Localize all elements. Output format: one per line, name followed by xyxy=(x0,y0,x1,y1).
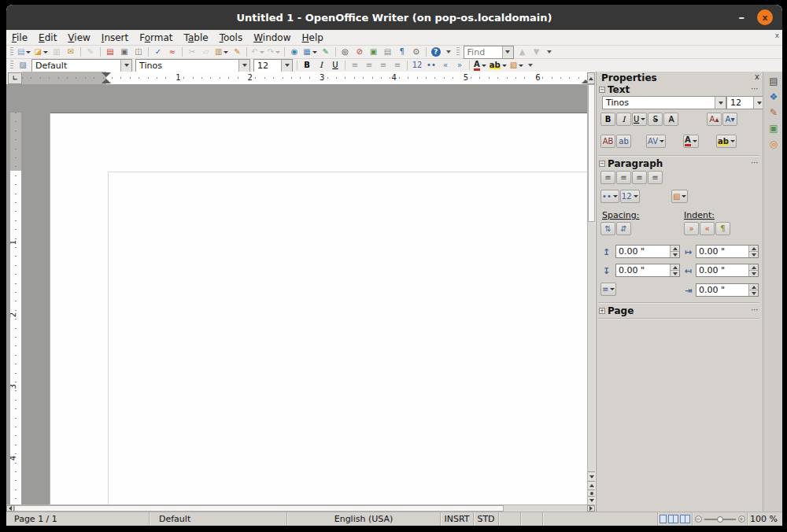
switch-indent-button[interactable]: ¶ xyxy=(715,222,730,235)
vertical-scrollbar[interactable] xyxy=(587,84,595,504)
first-line-indent-marker[interactable] xyxy=(102,72,111,77)
vertical-ruler[interactable]: 1234 xyxy=(10,84,21,504)
new-document-button[interactable]: ▤ xyxy=(17,46,31,57)
paragraph-section-header[interactable]: − Paragraph ⋯ xyxy=(597,158,763,169)
navigator-button[interactable]: ⊘ xyxy=(353,46,366,57)
uppercase-button[interactable]: AB xyxy=(600,135,615,148)
shadow-button[interactable]: A xyxy=(663,113,678,126)
toolbar-overflow-button[interactable] xyxy=(527,60,534,71)
page-preview-button[interactable]: ◫ xyxy=(132,46,145,57)
vertical-scrollbar-thumb[interactable] xyxy=(588,84,595,222)
dropdown-arrow-icon[interactable] xyxy=(224,51,228,54)
zoom-button[interactable]: ⊙ xyxy=(410,46,423,57)
dropdown-arrow-icon[interactable] xyxy=(502,65,507,67)
spelling-button[interactable]: ✓ xyxy=(152,46,164,57)
status-insert-mode[interactable]: INSRT xyxy=(441,512,474,526)
undo-button[interactable]: ↶ xyxy=(250,46,264,57)
dropdown-arrow-icon[interactable] xyxy=(281,60,292,72)
scroll-up-button[interactable] xyxy=(587,72,595,84)
dropdown-arrow-icon[interactable] xyxy=(730,140,735,142)
dropdown-arrow-icon[interactable] xyxy=(641,118,645,120)
redo-button[interactable]: ↷ xyxy=(267,46,281,57)
zoom-slider-thumb[interactable] xyxy=(717,516,723,523)
dropdown-arrow-icon[interactable] xyxy=(613,195,618,198)
edit-file-button[interactable]: ✎ xyxy=(84,46,97,57)
increase-paragraph-spacing-button[interactable]: ⇅ xyxy=(600,222,615,235)
auto-spellcheck-button[interactable]: ≈ xyxy=(166,46,179,57)
spin-down-button[interactable] xyxy=(671,251,679,257)
highlighting-button[interactable]: ab xyxy=(489,60,508,71)
status-page-style[interactable]: Default xyxy=(150,512,287,526)
titlebar[interactable]: Untitled 1 - OpenOffice Writer (on pop-o… xyxy=(6,5,782,30)
properties-tab-button[interactable]: ❖ xyxy=(766,90,781,104)
zoom-slider-track[interactable] xyxy=(704,519,736,520)
align-justify-button[interactable]: ≡ xyxy=(391,60,404,71)
find-next-button[interactable]: ▼ xyxy=(530,46,543,57)
previous-page-button[interactable] xyxy=(588,481,595,490)
decrease-indent-button[interactable]: « xyxy=(700,222,715,235)
spin-down-button[interactable] xyxy=(749,251,758,257)
align-justify-button[interactable]: ≡ xyxy=(648,171,663,184)
dropdown-arrow-icon[interactable] xyxy=(634,195,638,198)
bold-button[interactable]: B xyxy=(600,113,615,126)
dropdown-arrow-icon[interactable] xyxy=(660,140,664,142)
collapse-toggle-icon[interactable]: − xyxy=(599,161,605,167)
increase-font-size-button[interactable]: A▴ xyxy=(707,113,722,126)
toolbar-overflow-button[interactable] xyxy=(445,46,453,57)
highlighting-button[interactable]: ab xyxy=(716,135,737,148)
dropdown-arrow-icon[interactable] xyxy=(682,195,686,198)
gallery-tab-button[interactable]: ▣ xyxy=(766,121,781,135)
numbering-button[interactable]: 12 xyxy=(620,190,640,203)
spin-up-button[interactable] xyxy=(749,284,758,290)
decrease-font-size-button[interactable]: A▾ xyxy=(722,113,737,126)
menu-help[interactable]: Help xyxy=(297,31,329,44)
spin-up-button[interactable] xyxy=(671,264,679,270)
tab-stop-type-button[interactable]: ∟ xyxy=(8,72,22,84)
increase-indent-button[interactable]: » xyxy=(684,222,699,235)
numbering-button[interactable]: 12 xyxy=(411,60,423,71)
open-file-button[interactable]: ◪ xyxy=(33,46,48,57)
scroll-down-button[interactable] xyxy=(588,471,595,481)
dropdown-arrow-icon[interactable] xyxy=(260,51,264,54)
bold-button[interactable]: B xyxy=(301,60,313,71)
first-line-indent-field[interactable]: 0.00 " xyxy=(696,283,759,297)
menu-format[interactable]: Format xyxy=(134,31,178,44)
status-signature[interactable] xyxy=(521,512,543,526)
after-text-indent-field[interactable]: 0.00 " xyxy=(696,264,759,277)
dropdown-arrow-icon[interactable] xyxy=(238,60,249,72)
dropdown-arrow-icon[interactable] xyxy=(693,140,697,142)
status-language[interactable]: English (USA) xyxy=(287,512,441,526)
bullets-button[interactable]: •• xyxy=(425,60,438,71)
align-center-button[interactable]: ≡ xyxy=(363,60,375,71)
toolbar-grip[interactable] xyxy=(10,61,13,70)
paragraph-style-combobox[interactable]: Default xyxy=(31,59,132,72)
save-button[interactable]: ▥ xyxy=(50,46,63,57)
align-center-button[interactable]: ≡ xyxy=(616,171,631,184)
status-zoom-value[interactable]: 100 % xyxy=(748,512,782,526)
book-view-button[interactable] xyxy=(680,515,690,523)
left-indent-marker[interactable] xyxy=(102,79,111,83)
dropdown-arrow-icon[interactable] xyxy=(502,46,513,58)
horizontal-ruler[interactable]: 123456 xyxy=(22,72,587,84)
copy-button[interactable]: ▱ xyxy=(200,46,212,57)
line-spacing-button[interactable]: ≡ xyxy=(600,283,616,296)
increase-indent-button[interactable]: » xyxy=(453,60,466,71)
before-text-indent-field[interactable]: 0.00 " xyxy=(696,245,759,258)
insert-table-button[interactable]: ▦ xyxy=(302,46,317,57)
dropdown-arrow-icon[interactable] xyxy=(519,65,523,67)
dropdown-arrow-icon[interactable] xyxy=(312,51,317,54)
styles-and-formatting-button[interactable]: ▨ xyxy=(17,60,29,71)
above-paragraph-spacing-field[interactable]: 0.00 " xyxy=(615,245,680,258)
align-right-button[interactable]: ≡ xyxy=(632,171,647,184)
close-button[interactable]: x xyxy=(757,9,773,25)
align-right-button[interactable]: ≡ xyxy=(377,60,390,71)
toolbar-grip[interactable] xyxy=(456,47,460,57)
close-document-icon[interactable]: x xyxy=(775,31,779,39)
dropdown-arrow-icon[interactable] xyxy=(610,288,615,290)
page-section-header[interactable]: + Page ⋯ xyxy=(597,305,763,316)
dropdown-arrow-icon[interactable] xyxy=(120,60,131,72)
status-document-modified[interactable] xyxy=(499,512,521,526)
dropdown-arrow-icon[interactable] xyxy=(275,51,280,54)
find-input[interactable]: Find xyxy=(464,46,514,59)
sidebar-settings-tab-button[interactable]: ▤ xyxy=(766,74,781,88)
